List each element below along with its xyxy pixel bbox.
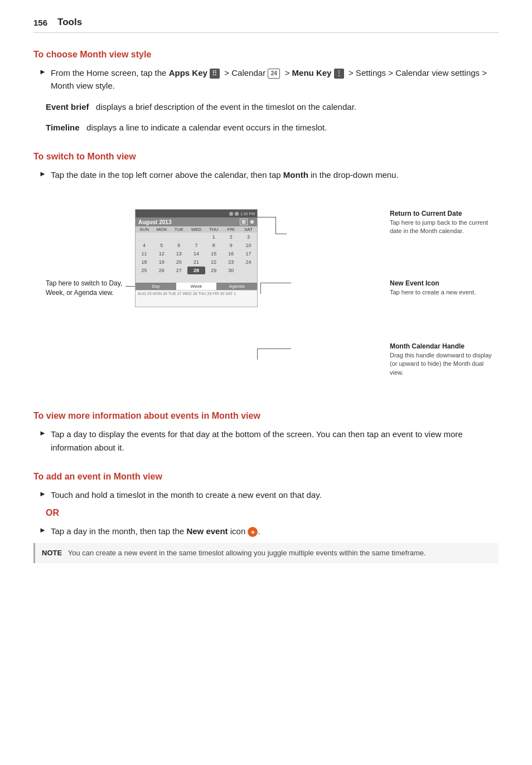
cal-agenda-text: AUG 25 MON 26 TUE 27 WED 28 THU 29 FRI 3… [138,292,255,296]
note-label: NOTE [42,549,62,557]
ann-return-date: Return to Current Date Tap here to jump … [390,209,499,236]
bullet-arrow-view-more: ► [39,429,46,437]
cal-topbar-dot2 [235,212,239,216]
apps-key-label: Apps Key [169,68,207,78]
day-sun: SUN [136,226,153,233]
tab-week[interactable]: Week [176,283,217,290]
page: 156 Tools To choose Month view style ► F… [0,0,532,765]
cal-cell[interactable] [187,233,205,241]
cal-cell[interactable]: 27 [170,267,187,274]
day-sat: SAT [240,226,257,233]
cal-new-icon[interactable]: ⊕ [250,219,254,225]
bullet-text-add-event-1: Touch and hold a timeslot in the month t… [51,488,322,501]
menu-key-label: Menu Key [292,68,332,78]
cal-cell[interactable] [170,233,187,241]
section-add-event: To add an event in Month view ► Touch an… [33,472,499,563]
bullet-item-add-event-2: ► Tap a day in the month, then tap the N… [39,525,499,538]
tab-agenda[interactable]: Agenda [216,283,257,290]
cal-cell[interactable]: 6 [170,241,187,249]
ann-new-event-title: New Event Icon [390,279,499,288]
ann-handle-desc: Drag this handle downward to display (or… [390,351,499,377]
section-heading-view-more: To view more information about events in… [33,411,499,421]
ann-line-handle-h [257,348,291,349]
cal-cell[interactable]: 25 [136,267,153,274]
ann-line-top-h2 [275,234,287,234]
bullet-arrow: ► [39,67,46,76]
cal-topbar-dot1 [229,212,233,216]
cal-cell[interactable]: 15 [205,250,223,258]
cal-cell[interactable]: 16 [223,250,240,258]
ann-line-newevent-v [260,283,261,294]
cal-row-1: 1 2 3 [136,233,257,241]
cal-cell[interactable]: 21 [187,258,205,266]
cal-cell[interactable]: 30 [223,267,240,274]
cal-cell[interactable]: 18 [136,258,153,266]
tab-day[interactable]: Day [136,283,176,290]
cal-cell[interactable]: 29 [205,267,223,274]
cal-agenda-area: AUG 25 MON 26 TUE 27 WED 28 THU 29 FRI 3… [136,290,257,307]
calendar-mock: 1:30 PM August 2013 ⊞ ⊕ SUN MON TUE WED [135,209,258,307]
ann-line-handle-v [257,348,258,360]
term-event-brief-desc: displays a brief description of the even… [91,102,356,112]
cal-topbar: 1:30 PM [136,210,257,217]
or-block: OR [46,508,499,518]
cal-cell[interactable]: 22 [205,258,223,266]
section-heading-choose: To choose Month view style [33,50,499,60]
cal-cell[interactable]: 2 [223,233,240,241]
cal-cell[interactable]: 14 [187,250,205,258]
cal-cell-today[interactable]: 28 [187,267,205,274]
cal-cell[interactable] [136,233,153,241]
bullet-text-add-event-2: Tap a day in the month, then tap the New… [51,525,260,538]
cal-cell[interactable]: 12 [153,250,170,258]
bullet-arrow-add-event-1: ► [39,490,46,498]
cal-row-4: 18 19 20 21 22 23 24 [136,258,257,266]
section-switch-month-view: To switch to Month view ► Tap the date i… [33,152,499,393]
cal-cell[interactable]: 17 [240,250,257,258]
term-event-brief-title: Event brief [46,102,89,112]
term-timeline-desc: displays a line to indicate a calendar e… [82,123,327,132]
cal-cell[interactable]: 26 [153,267,170,274]
ann-left-switch: Tap here to switch to Day, Week, or Agen… [46,279,127,298]
section-view-more-info: To view more information about events in… [33,411,499,454]
cal-row-empty [136,274,257,282]
cal-cell[interactable]: 24 [240,258,257,266]
bullet-item-choose: ► From the Home screen, tap the Apps Key… [39,66,499,93]
term-timeline: Timeline displays a line to indicate a c… [46,121,499,134]
cal-cell[interactable]: 7 [187,241,205,249]
ann-handle: Month Calendar Handle Drag this handle d… [390,342,499,377]
cal-cell[interactable]: 19 [153,258,170,266]
bullet-item-add-event-1: ► Touch and hold a timeslot in the month… [39,488,499,501]
day-thu: THU [205,226,223,233]
cal-cell[interactable]: 3 [240,233,257,241]
cal-cell[interactable]: 10 [240,241,257,249]
cal-days-header: SUN MON TUE WED THU FRI SAT [136,226,257,233]
cal-view-icon[interactable]: ⊞ [240,219,248,225]
cal-cell[interactable]: 4 [136,241,153,249]
ann-handle-title: Month Calendar Handle [390,342,499,351]
cal-cell[interactable]: 11 [136,250,153,258]
bullet-item-view-more: ► Tap a day to display the events for th… [39,428,499,454]
cal-cell[interactable]: 23 [223,258,240,266]
calendar-icon: 24 [268,69,280,79]
cal-cell[interactable]: 13 [170,250,187,258]
day-mon: MON [153,226,170,233]
bullet-arrow-add-event-2: ► [39,526,46,534]
note-text: You can create a new event in the same t… [64,549,426,557]
cal-cell[interactable]: 9 [223,241,240,249]
note-block: NOTE You can create a new event in the s… [33,543,499,563]
cal-cell[interactable]: 5 [153,241,170,249]
cal-cell[interactable] [153,233,170,241]
cal-cell[interactable]: 20 [170,258,187,266]
cal-cell[interactable]: 8 [205,241,223,249]
ann-line-top-v [275,217,276,234]
section-choose-month-view-style: To choose Month view style ► From the Ho… [33,50,499,134]
ann-return-date-title: Return to Current Date [390,209,499,219]
cal-time: 1:30 PM [240,212,255,216]
day-fri: FRI [223,226,240,233]
cal-row-5: 25 26 27 28 29 30 [136,266,257,274]
cal-bottom-tabs: Day Week Agenda [136,283,257,290]
new-event-bold: New event [186,526,228,536]
cal-cell[interactable] [240,267,257,274]
menu-key-icon [334,69,344,79]
cal-cell[interactable]: 1 [205,233,223,241]
